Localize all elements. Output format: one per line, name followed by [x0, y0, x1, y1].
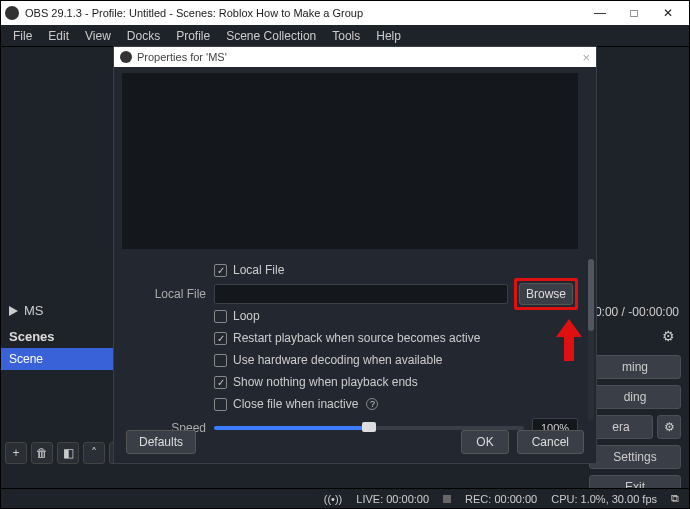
hw-label: Use hardware decoding when available: [233, 353, 442, 367]
gear-icon[interactable]: ⚙: [662, 328, 675, 344]
close-inactive-checkbox[interactable]: [214, 398, 227, 411]
help-icon[interactable]: ?: [366, 398, 378, 410]
menu-profile[interactable]: Profile: [168, 29, 218, 43]
dialog-title: Properties for 'MS': [137, 51, 227, 63]
restart-checkbox[interactable]: [214, 332, 227, 345]
trash-icon[interactable]: 🗑: [31, 442, 53, 464]
close-inactive-label: Close file when inactive: [233, 397, 358, 411]
restart-label: Restart playback when source becomes act…: [233, 331, 480, 345]
app-icon: [5, 6, 19, 20]
menu-view[interactable]: View: [77, 29, 119, 43]
status-cpu: CPU: 1.0%, 30.00 fps: [551, 493, 657, 505]
defaults-button[interactable]: Defaults: [126, 430, 196, 454]
right-btn-camera[interactable]: era: [589, 415, 653, 439]
filters-icon[interactable]: ◧: [57, 442, 79, 464]
scrollbar[interactable]: [588, 259, 594, 421]
right-btn-streaming[interactable]: ming: [589, 355, 681, 379]
menu-file[interactable]: File: [5, 29, 40, 43]
scrollbar-thumb[interactable]: [588, 259, 594, 331]
loop-label: Loop: [233, 309, 260, 323]
local-file-checkbox[interactable]: [214, 264, 227, 277]
status-rec: REC: 00:00:00: [465, 493, 537, 505]
dialog-icon: [120, 51, 132, 63]
maximize-button[interactable]: □: [617, 2, 651, 24]
dialog-titlebar[interactable]: Properties for 'MS' ×: [114, 47, 596, 67]
window-title: OBS 29.1.3 - Profile: Untitled - Scenes:…: [25, 7, 363, 19]
local-file-label: Local File: [114, 287, 214, 301]
browse-button[interactable]: Browse: [519, 283, 573, 305]
properties-dialog: Properties for 'MS' × Local File Local F…: [113, 46, 597, 464]
controls-dock: MS: [1, 303, 131, 318]
scenes-header: Scenes: [1, 325, 119, 348]
menu-help[interactable]: Help: [368, 29, 409, 43]
menubar: File Edit View Docks Profile Scene Colle…: [1, 25, 689, 47]
local-file-input[interactable]: [214, 284, 508, 304]
current-source-label: MS: [24, 303, 44, 318]
show-nothing-label: Show nothing when playback ends: [233, 375, 418, 389]
gear-icon[interactable]: ⚙: [657, 415, 681, 439]
rec-indicator-icon: [443, 495, 451, 503]
play-icon[interactable]: [9, 306, 18, 316]
browse-highlight: Browse: [514, 278, 578, 310]
network-icon: ((•)): [324, 493, 343, 505]
loop-checkbox[interactable]: [214, 310, 227, 323]
local-file-chk-label: Local File: [233, 263, 284, 277]
add-icon[interactable]: +: [5, 442, 27, 464]
minimize-button[interactable]: —: [583, 2, 617, 24]
status-live: LIVE: 00:00:00: [356, 493, 429, 505]
close-button[interactable]: ✕: [651, 2, 685, 24]
ok-button[interactable]: OK: [461, 430, 508, 454]
right-btn-recording[interactable]: ding: [589, 385, 681, 409]
right-btn-settings[interactable]: Settings: [589, 445, 681, 469]
dock-icon[interactable]: ⧉: [671, 492, 679, 505]
show-nothing-checkbox[interactable]: [214, 376, 227, 389]
scenes-item[interactable]: Scene: [1, 348, 119, 370]
titlebar: OBS 29.1.3 - Profile: Untitled - Scenes:…: [1, 1, 689, 25]
hw-checkbox[interactable]: [214, 354, 227, 367]
menu-edit[interactable]: Edit: [40, 29, 77, 43]
menu-tools[interactable]: Tools: [324, 29, 368, 43]
close-icon[interactable]: ×: [582, 50, 590, 65]
statusbar: ((•)) LIVE: 00:00:00 REC: 00:00:00 CPU: …: [1, 488, 689, 508]
video-preview: [122, 73, 578, 249]
chevron-up-icon[interactable]: ˄: [83, 442, 105, 464]
menu-scene-collection[interactable]: Scene Collection: [218, 29, 324, 43]
menu-docks[interactable]: Docks: [119, 29, 168, 43]
cancel-button[interactable]: Cancel: [517, 430, 584, 454]
